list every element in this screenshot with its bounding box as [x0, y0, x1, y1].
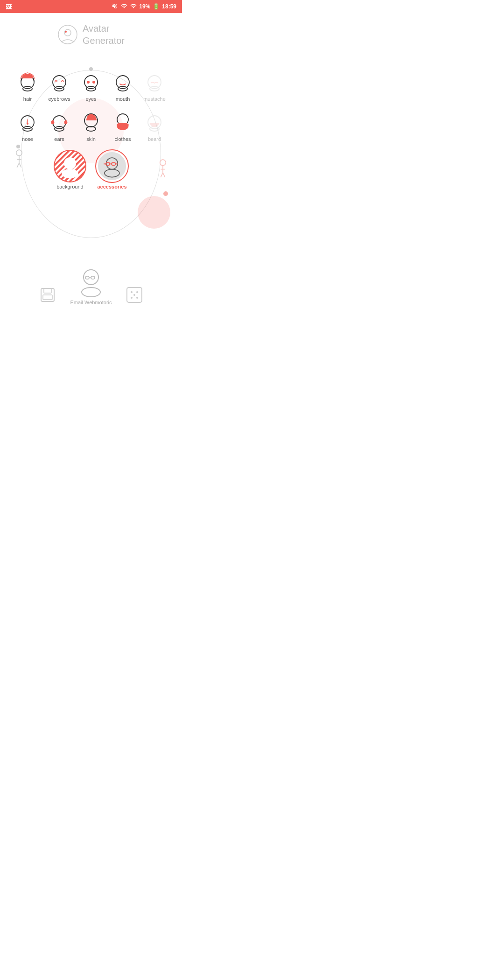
mouth-icon: [109, 67, 137, 95]
category-beard[interactable]: beard: [139, 105, 170, 144]
category-mustache[interactable]: mustache: [139, 65, 170, 104]
category-accessories[interactable]: accessories: [93, 147, 131, 191]
svg-point-1: [64, 29, 71, 36]
avatar-preview-button[interactable]: Email Webmotoric: [70, 266, 112, 305]
hair-icon: [14, 67, 42, 95]
random-button[interactable]: [126, 287, 143, 305]
svg-point-8: [160, 160, 166, 166]
svg-point-31: [64, 120, 67, 124]
svg-point-43: [98, 152, 126, 180]
female-icon: [155, 161, 170, 176]
svg-point-2: [65, 31, 67, 33]
category-background[interactable]: background: [51, 147, 89, 191]
save-button[interactable]: [39, 287, 56, 305]
svg-point-55: [82, 287, 100, 297]
ears-label: ears: [54, 136, 64, 142]
skin-icon: [77, 107, 105, 135]
category-nose[interactable]: nose: [12, 105, 43, 144]
logo-text: Avatar Generator: [83, 22, 125, 47]
svg-point-64: [133, 294, 135, 296]
category-mouth[interactable]: mouth: [107, 65, 139, 104]
skin-label: skin: [86, 136, 96, 142]
svg-point-62: [131, 297, 133, 299]
status-bar: 🖼 19% 🔋 18:59: [0, 0, 182, 13]
male-icon: [12, 151, 27, 166]
background-icon: [53, 149, 87, 183]
svg-rect-56: [85, 276, 89, 279]
nose-label: nose: [22, 136, 33, 142]
svg-point-30: [51, 120, 54, 124]
mouth-label: mouth: [116, 96, 130, 102]
svg-point-60: [131, 291, 133, 293]
category-hair[interactable]: hair: [12, 65, 43, 104]
svg-line-12: [163, 173, 165, 177]
svg-rect-57: [91, 276, 95, 279]
clothes-icon: [109, 107, 137, 135]
beard-icon: [140, 107, 168, 135]
clothes-label: clothes: [115, 136, 131, 142]
category-eyes[interactable]: eyes: [75, 65, 107, 104]
main-content: Avatar Generator: [0, 13, 182, 315]
svg-point-0: [58, 25, 77, 44]
svg-point-61: [136, 291, 138, 293]
mustache-label: mustache: [143, 96, 166, 102]
app-icon: 🖼: [6, 3, 12, 10]
pink-blob-2: [138, 196, 170, 229]
mute-icon: [112, 3, 118, 11]
svg-rect-53: [43, 295, 52, 300]
eyebrows-icon: [45, 67, 73, 95]
logo-icon: [57, 24, 78, 45]
battery-icon: 🔋: [153, 3, 160, 10]
svg-rect-52: [44, 288, 51, 293]
nose-icon: [14, 107, 42, 135]
gender-female-right[interactable]: [155, 161, 170, 176]
svg-point-19: [87, 81, 90, 84]
row-3: background: [51, 147, 131, 191]
gender-male-left[interactable]: [12, 151, 27, 166]
row-1: hair eyebrows: [12, 65, 170, 104]
svg-line-7: [19, 163, 21, 167]
beard-label: beard: [148, 136, 161, 142]
eyebrows-label: eyebrows: [48, 96, 70, 102]
svg-point-27: [27, 123, 28, 125]
circle-menu: hair eyebrows: [12, 61, 170, 257]
eyes-label: eyes: [85, 96, 96, 102]
mustache-icon: [140, 67, 168, 95]
category-eyebrows[interactable]: eyebrows: [43, 65, 75, 104]
svg-point-63: [136, 297, 138, 299]
accessories-icon: [95, 149, 129, 183]
svg-point-3: [16, 150, 22, 156]
bottom-toolbar: Email Webmotoric: [39, 266, 142, 315]
category-grid: hair eyebrows: [12, 61, 170, 191]
category-skin[interactable]: skin: [75, 105, 107, 144]
accessories-label: accessories: [98, 184, 127, 189]
background-label: background: [56, 184, 84, 189]
row-2: nose ears: [12, 105, 170, 144]
logo-area: Avatar Generator: [57, 22, 125, 47]
svg-line-6: [17, 163, 19, 167]
eyes-icon: [77, 67, 105, 95]
signal-icon: [130, 3, 137, 11]
status-left: 🖼: [6, 3, 12, 10]
svg-line-11: [161, 173, 163, 177]
status-right: 19% 🔋 18:59: [112, 3, 176, 11]
oval-dot-right: [163, 191, 168, 196]
svg-point-41: [64, 157, 76, 169]
hair-label: hair: [23, 96, 32, 102]
battery-text: 19%: [139, 3, 150, 10]
svg-point-42: [62, 169, 78, 178]
category-ears[interactable]: ears: [43, 105, 75, 144]
wifi-icon: [120, 3, 128, 11]
ears-icon: [45, 107, 73, 135]
svg-point-20: [92, 81, 95, 84]
category-clothes[interactable]: clothes: [107, 105, 139, 144]
avatar-label: Email Webmotoric: [70, 300, 112, 305]
time-display: 18:59: [162, 3, 176, 10]
